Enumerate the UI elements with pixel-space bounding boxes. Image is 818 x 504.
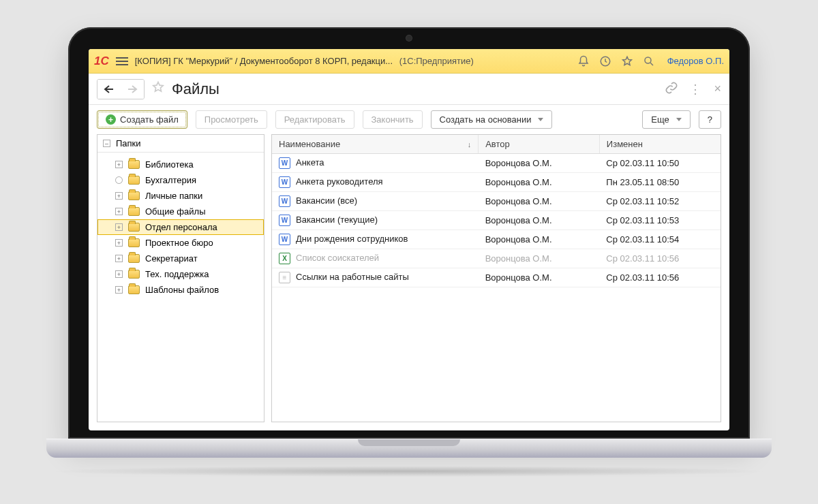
expand-icon[interactable]: +: [115, 161, 123, 168]
table-row[interactable]: ≡Ссылки на работные сайтыВоронцова О.М.С…: [272, 268, 721, 287]
file-name: Вакансии (текущие): [296, 215, 378, 225]
folder-icon: [128, 176, 140, 185]
expand-icon[interactable]: +: [115, 208, 123, 215]
folder-icon: [128, 160, 140, 169]
folder-label: Тех. поддержка: [145, 269, 209, 279]
folders-tree: +БиблиотекаБухгалтерия+Личные папки+Общи…: [97, 153, 264, 302]
laptop-base: [46, 439, 772, 458]
expand-icon[interactable]: +: [115, 239, 123, 247]
expand-icon[interactable]: [115, 176, 123, 184]
file-author: Воронцова О.М.: [479, 211, 600, 230]
nav-back-button[interactable]: [97, 80, 121, 99]
folder-item[interactable]: Бухгалтерия: [97, 172, 264, 188]
folder-item[interactable]: +Отдел персонала: [97, 219, 264, 235]
link-icon[interactable]: [665, 81, 678, 97]
file-modified: Ср 02.03.11 10:56: [599, 249, 721, 268]
page-title: Файлы: [172, 80, 219, 98]
more-button[interactable]: Еще: [642, 110, 690, 129]
file-type-icon: ≡: [279, 272, 290, 283]
folder-item[interactable]: +Тех. поддержка: [97, 266, 264, 282]
close-button[interactable]: ×: [714, 82, 721, 96]
file-modified: Ср 02.03.11 10:53: [599, 211, 721, 230]
expand-icon[interactable]: +: [115, 223, 123, 231]
nav-forward-button[interactable]: [121, 80, 144, 99]
table-row[interactable]: WАнкетаВоронцова О.М.Ср 02.03.11 10:50: [272, 154, 721, 173]
subheader: Файлы ⋮ ×: [89, 74, 729, 105]
window-title: [КОПИЯ] ГК "Меркурий" / Документооборот …: [135, 56, 393, 66]
files-table: Наименование ↓ Автор Изменен: [272, 135, 721, 287]
app-window: 1C [КОПИЯ] ГК "Меркурий" / Документообор…: [89, 49, 729, 430]
table-row[interactable]: WДни рождения сотрудниковВоронцова О.М.С…: [272, 230, 721, 249]
file-type-icon: W: [279, 176, 290, 188]
main-content: – Папки +БиблиотекаБухгалтерия+Личные па…: [89, 134, 729, 430]
folder-icon: [128, 254, 140, 263]
kebab-menu-icon[interactable]: ⋮: [689, 82, 703, 97]
create-file-button[interactable]: + Создать файл: [97, 110, 187, 129]
folders-panel: – Папки +БиблиотекаБухгалтерия+Личные па…: [97, 134, 264, 422]
sort-indicator-icon: ↓: [468, 140, 472, 148]
folders-root[interactable]: – Папки: [97, 135, 264, 153]
expand-icon[interactable]: +: [115, 192, 123, 200]
view-button[interactable]: Просмотреть: [196, 110, 267, 129]
search-icon[interactable]: [643, 55, 655, 67]
create-based-on-button[interactable]: Создать на основании: [431, 110, 553, 129]
file-author: Воронцова О.М.: [479, 230, 600, 249]
folder-item[interactable]: +Личные папки: [97, 188, 264, 204]
edit-button[interactable]: Редактировать: [275, 110, 354, 129]
expand-icon[interactable]: +: [115, 286, 123, 294]
current-user-link[interactable]: Федоров О.П.: [667, 56, 724, 66]
folder-label: Библиотека: [145, 159, 194, 170]
favorite-star-icon[interactable]: [151, 80, 165, 97]
laptop-camera: [406, 35, 412, 41]
file-type-icon: W: [279, 157, 290, 169]
toolbar: + Создать файл Просмотреть Редактировать…: [89, 105, 729, 134]
folder-item[interactable]: +Шаблоны файлов: [97, 282, 264, 298]
column-modified-header[interactable]: Изменен: [599, 135, 721, 154]
column-author-header[interactable]: Автор: [479, 135, 600, 154]
laptop-frame: 1C [КОПИЯ] ГК "Меркурий" / Документообор…: [68, 27, 750, 477]
folder-item[interactable]: +Проектное бюро: [97, 235, 264, 251]
table-row[interactable]: WВакансии (все)Воронцова О.М.Ср 02.03.11…: [272, 192, 721, 211]
expand-icon[interactable]: +: [115, 255, 123, 262]
file-type-icon: W: [279, 215, 290, 226]
expand-icon[interactable]: +: [115, 270, 123, 278]
file-name: Дни рождения сотрудников: [296, 234, 408, 244]
folder-icon: [128, 191, 140, 200]
history-icon[interactable]: [599, 55, 611, 67]
column-name-header[interactable]: Наименование ↓: [272, 135, 479, 154]
file-name: Анкета руководителя: [296, 176, 383, 187]
main-menu-button[interactable]: [116, 57, 128, 65]
table-row[interactable]: WАнкета руководителяВоронцова О.М.Пн 23.…: [272, 173, 721, 192]
folder-label: Общие файлы: [145, 206, 205, 217]
chevron-down-icon: [676, 118, 682, 121]
titlebar: 1C [КОПИЯ] ГК "Меркурий" / Документообор…: [89, 49, 729, 74]
folder-item[interactable]: +Общие файлы: [97, 204, 264, 219]
folder-label: Личные папки: [145, 191, 202, 201]
logo-1c: 1C: [94, 54, 109, 68]
folder-label: Секретариат: [145, 253, 198, 264]
folder-icon: [128, 238, 140, 247]
collapse-icon[interactable]: –: [103, 140, 110, 147]
star-icon[interactable]: [621, 55, 633, 67]
folder-item[interactable]: +Библиотека: [97, 157, 264, 172]
file-type-icon: X: [279, 253, 290, 264]
platform-name: (1С:Предприятие): [399, 56, 474, 66]
file-author: Воронцова О.М.: [479, 154, 600, 173]
folder-icon: [128, 223, 140, 232]
file-modified: Ср 02.03.11 10:54: [599, 230, 721, 249]
file-author: Воронцова О.М.: [479, 268, 600, 287]
file-author: Воронцова О.М.: [479, 249, 600, 268]
file-author: Воронцова О.М.: [479, 192, 600, 211]
folder-item[interactable]: +Секретариат: [97, 251, 264, 266]
chevron-down-icon: [538, 118, 543, 121]
finish-button[interactable]: Закончить: [363, 110, 423, 129]
help-button[interactable]: ?: [699, 110, 721, 129]
folder-icon: [128, 285, 140, 294]
file-modified: Ср 02.03.11 10:52: [599, 192, 721, 211]
table-row[interactable]: WВакансии (текущие)Воронцова О.М.Ср 02.0…: [272, 211, 721, 230]
file-name: Список соискателей: [296, 253, 379, 263]
folder-label: Шаблоны файлов: [145, 285, 219, 295]
bell-icon[interactable]: [577, 55, 590, 67]
table-row[interactable]: XСписок соискателейВоронцова О.М.Ср 02.0…: [272, 249, 721, 268]
file-modified: Ср 02.03.11 10:56: [599, 268, 721, 287]
